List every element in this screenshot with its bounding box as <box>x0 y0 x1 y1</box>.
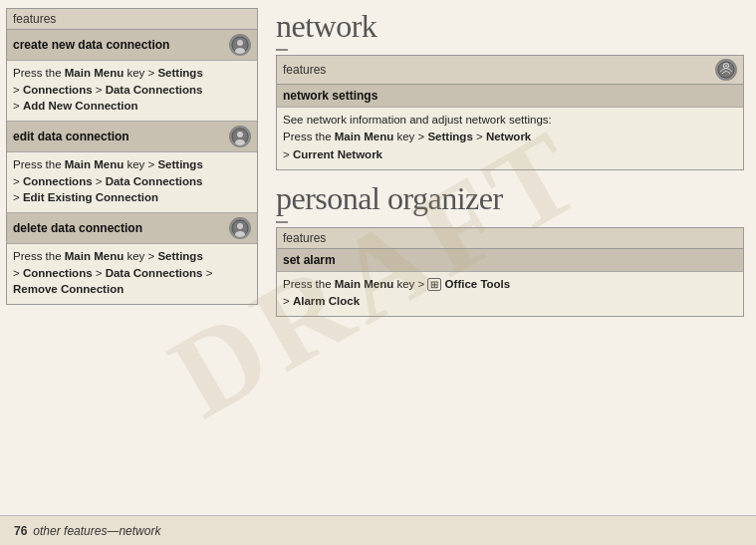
edit-icon <box>229 126 251 147</box>
left-features-header: features <box>7 9 257 30</box>
edit-title: edit data connection <box>13 130 129 143</box>
create-connections: Connections <box>23 84 93 96</box>
edit-connections: Connections <box>23 175 93 187</box>
svg-point-7 <box>237 223 243 229</box>
left-column: features create new data connection Pr <box>0 0 264 545</box>
page-container: features create new data connection Pr <box>0 0 756 545</box>
svg-point-4 <box>237 132 243 137</box>
network-features-label: features <box>283 63 326 77</box>
left-features-header-label: features <box>13 12 56 26</box>
delete-body: Press the Main Menu key > Settings > Con… <box>7 244 257 304</box>
right-column: network features network settings S <box>264 0 756 545</box>
create-title: create new data connection <box>13 38 169 52</box>
delete-title: delete data connection <box>13 221 142 235</box>
svg-point-11 <box>725 65 727 67</box>
create-svg-icon <box>231 36 249 54</box>
page-number: 76 <box>14 524 27 538</box>
delete-data-connections: Data Connections <box>106 267 203 279</box>
net-main-menu: Main Menu <box>335 131 393 142</box>
personal-features-table: features set alarm Press the Main Menu k… <box>276 227 744 318</box>
create-add-new: Add New Connection <box>23 100 138 112</box>
delete-section: delete data connection Press the Main Me… <box>7 213 257 304</box>
svg-point-8 <box>235 231 245 237</box>
network-settings-body: See network information and adjust netwo… <box>277 108 743 169</box>
create-data-connections: Data Connections <box>106 84 203 96</box>
svg-point-5 <box>235 139 245 145</box>
set-alarm-body: Press the Main Menu key > ⊞ Office Tools… <box>277 272 743 317</box>
alarm-main-menu: Main Menu <box>335 278 393 290</box>
net-network: Network <box>486 131 531 142</box>
personal-features-label: features <box>283 231 326 245</box>
edit-data-connections: Data Connections <box>106 175 203 187</box>
edit-svg-icon <box>231 128 249 145</box>
net-settings: Settings <box>427 131 472 142</box>
delete-title-row: delete data connection <box>7 213 257 244</box>
delete-main-menu: Main Menu <box>65 250 124 262</box>
svg-point-1 <box>237 40 243 46</box>
create-title-row: create new data connection <box>7 30 257 61</box>
personal-divider <box>276 221 288 223</box>
network-features-header: features <box>277 56 743 85</box>
network-table-icon <box>715 59 737 81</box>
network-divider <box>276 49 288 51</box>
edit-title-row: edit data connection <box>7 122 257 152</box>
edit-main-menu: Main Menu <box>65 158 124 170</box>
delete-settings: Settings <box>157 250 202 262</box>
network-description: See network information and adjust netwo… <box>283 114 552 126</box>
create-section: create new data connection Press the Mai… <box>7 30 257 122</box>
delete-remove: Remove Connection <box>13 283 124 295</box>
svg-point-9 <box>718 62 734 78</box>
create-body: Press the Main Menu key > Settings > Con… <box>7 61 257 121</box>
net-current-network: Current Network <box>293 148 382 160</box>
bottom-bar: 76 other features—network <box>0 515 756 545</box>
edit-section: edit data connection Press the Main Menu… <box>7 122 257 213</box>
network-svg-icon <box>717 61 735 79</box>
delete-connections: Connections <box>23 267 93 279</box>
create-main-menu: Main Menu <box>65 67 124 79</box>
alarm-office-tools: Office Tools <box>445 278 511 290</box>
left-features-table: features create new data connection Pr <box>6 8 258 305</box>
delete-svg-icon <box>231 219 249 237</box>
office-tools-icon: ⊞ <box>427 278 441 291</box>
nav-text: other features—network <box>33 524 160 538</box>
personal-features-header: features <box>277 228 743 249</box>
network-settings-title: network settings <box>277 85 743 108</box>
edit-existing: Edit Existing Connection <box>23 191 158 203</box>
delete-icon <box>229 217 251 239</box>
svg-point-2 <box>235 48 245 54</box>
edit-body: Press the Main Menu key > Settings > Con… <box>7 152 257 212</box>
set-alarm-title: set alarm <box>277 249 743 272</box>
personal-heading: personal organizer <box>276 180 744 217</box>
alarm-clock: Alarm Clock <box>293 295 360 307</box>
edit-settings: Settings <box>157 158 202 170</box>
network-heading: network <box>276 8 744 45</box>
create-icon <box>229 34 251 56</box>
network-features-table: features network settings See network in… <box>276 55 744 170</box>
create-settings: Settings <box>157 67 202 79</box>
